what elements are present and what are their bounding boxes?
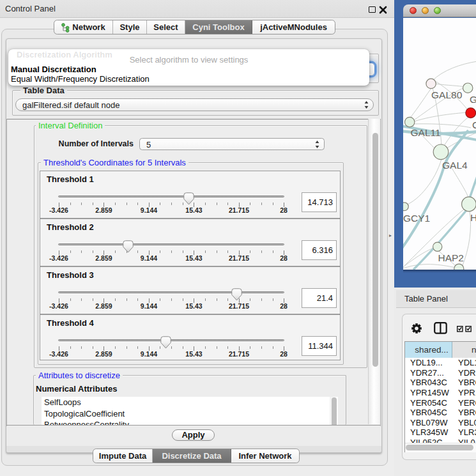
svg-text:C: C: [472, 119, 476, 130]
svg-text:HAP2: HAP2: [438, 252, 464, 263]
svg-text:GAL80: GAL80: [431, 89, 463, 100]
svg-text:GA: GA: [470, 94, 476, 105]
svg-text:H: H: [470, 212, 476, 223]
svg-text:GAL11: GAL11: [411, 127, 441, 138]
svg-text:GCY1: GCY1: [403, 213, 430, 224]
svg-text:GAL4: GAL4: [442, 160, 468, 171]
